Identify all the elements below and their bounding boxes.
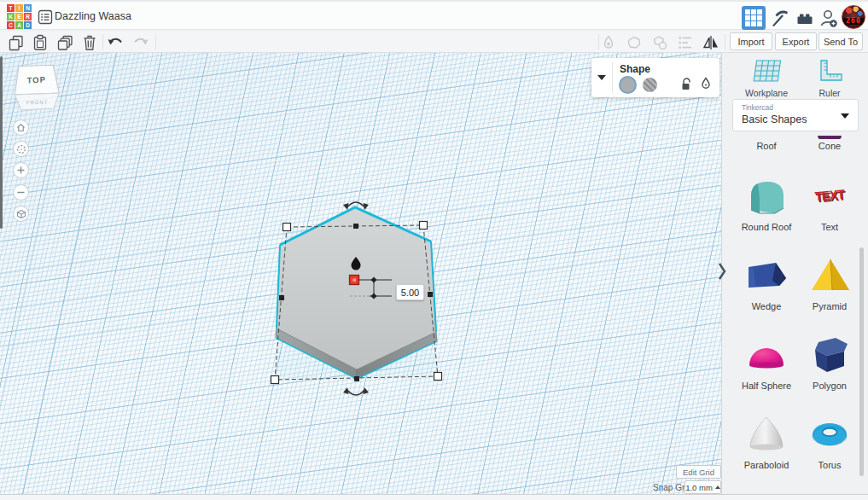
shape-item-torus[interactable]: Torus <box>795 414 864 470</box>
delete-button[interactable] <box>80 33 99 52</box>
shape-item-cone[interactable]: Cone <box>795 141 864 151</box>
invite-collaborator-button[interactable] <box>817 6 841 30</box>
import-button[interactable]: Import <box>730 32 772 50</box>
scale-handle-mid[interactable] <box>354 376 359 381</box>
redo-button[interactable] <box>131 33 150 52</box>
mirror-button[interactable] <box>702 33 720 52</box>
divider <box>612 62 613 93</box>
shape-item-wedge[interactable]: Wedge <box>732 255 801 311</box>
ruler-icon <box>813 58 847 84</box>
view-cube[interactable]: TOP FRONT <box>12 63 61 114</box>
home-view-button[interactable] <box>13 119 29 136</box>
rotate-handle-bottom[interactable] <box>343 387 369 395</box>
export-button[interactable]: Export <box>775 32 817 50</box>
logo-cell: I <box>15 4 23 12</box>
paste-button[interactable] <box>31 33 50 52</box>
fit-view-icon <box>16 144 26 154</box>
logo-cell: A <box>15 21 23 29</box>
align-button[interactable] <box>676 33 695 52</box>
zoom-out-button[interactable] <box>13 184 29 201</box>
gallery-scrollbar[interactable] <box>859 247 864 476</box>
polygon-thumbnail <box>806 334 853 375</box>
height-handle-highlight <box>353 279 357 282</box>
brick-icon <box>795 8 815 28</box>
scale-handle-corner[interactable] <box>420 222 428 230</box>
minecraft-export-button[interactable] <box>767 6 791 30</box>
show-all-button[interactable] <box>599 33 618 52</box>
avatar-badge: 260 <box>842 18 865 26</box>
scale-handle-mid[interactable] <box>353 224 358 229</box>
panel-collapse-button[interactable] <box>717 260 727 286</box>
ungroup-button[interactable] <box>650 33 669 52</box>
design-menu-icon[interactable] <box>38 9 53 28</box>
view-cube-top-label: TOP <box>26 75 46 85</box>
inspector-collapse-button[interactable] <box>591 58 612 97</box>
shape-library-dropdown[interactable]: Tinkercad Basic Shapes <box>732 99 859 131</box>
edit-toolbar: Import Export Send To <box>0 32 868 53</box>
edit-grid-button[interactable]: Edit Grid <box>676 465 721 479</box>
shape-gallery: Roof Cone Round Roof TEXT TEXT Text <box>722 131 868 500</box>
home-icon <box>16 123 26 132</box>
lock-button[interactable] <box>680 77 693 95</box>
scale-handle-corner[interactable] <box>271 376 279 384</box>
cone-thumbnail-partial[interactable] <box>817 131 842 139</box>
shape-item-round-roof[interactable]: Round Roof <box>732 176 801 232</box>
align-icon <box>677 34 694 51</box>
scale-handle-corner[interactable] <box>283 224 291 231</box>
copy-icon <box>8 34 25 51</box>
solid-swatch[interactable] <box>619 76 637 94</box>
perspective-toggle-button[interactable] <box>13 206 29 222</box>
shape-item-pyramid[interactable]: Pyramid <box>795 255 864 311</box>
divider <box>725 34 725 49</box>
hide-button[interactable] <box>700 77 712 95</box>
logo-cell: N <box>24 4 32 12</box>
viewport[interactable]: TOP FRONT <box>0 53 721 500</box>
snap-grid-value: 1.0 mm <box>685 483 713 492</box>
design-title[interactable]: Dazzling Waasa <box>55 10 131 22</box>
wedge-thumbnail <box>743 255 790 296</box>
logo-cell: T <box>7 4 15 12</box>
chevron-down-icon <box>597 75 606 80</box>
redo-icon <box>131 34 150 51</box>
text-thumbnail: TEXT TEXT <box>806 176 853 217</box>
user-avatar[interactable]: 260 <box>842 5 865 29</box>
library-name: Basic Shapes <box>742 113 807 125</box>
shape-item-roof[interactable]: Roof <box>732 141 801 151</box>
shape-item-polygon[interactable]: Polygon <box>795 334 864 391</box>
group-icon <box>626 34 643 51</box>
scale-handle-mid[interactable] <box>279 295 284 300</box>
scale-handle-corner[interactable] <box>434 373 442 381</box>
dimension-input[interactable]: 5.00 <box>396 284 424 300</box>
scale-handle-mid[interactable] <box>428 292 433 297</box>
zoom-in-button[interactable] <box>13 162 29 178</box>
hole-swatch[interactable] <box>643 78 657 92</box>
undo-button[interactable] <box>106 33 125 52</box>
trash-icon <box>81 34 98 51</box>
workplane-label: Workplane <box>737 88 796 98</box>
brick-export-button[interactable] <box>793 6 817 30</box>
fit-view-button[interactable] <box>13 141 29 157</box>
person-add-icon <box>818 7 840 29</box>
group-button[interactable] <box>625 33 644 52</box>
workplane-icon <box>749 58 784 84</box>
divider <box>155 34 156 49</box>
copy-button[interactable] <box>7 33 26 52</box>
duplicate-icon <box>56 34 74 52</box>
tinkercad-app: T I N K E R C A D Dazzling Waasa <box>0 0 868 500</box>
logo-cell: K <box>7 13 15 20</box>
left-scrollbar[interactable] <box>0 56 3 229</box>
tinkercad-logo[interactable]: T I N K E R C A D <box>7 4 32 30</box>
shape-item-half-sphere[interactable]: Half Sphere <box>732 334 801 391</box>
snap-grid-dropdown[interactable]: 1.0 mm <box>684 480 721 494</box>
lightbulb-icon <box>600 34 617 51</box>
shape-item-text[interactable]: TEXT TEXT Text <box>795 176 864 232</box>
plus-icon <box>16 166 26 175</box>
send-to-button[interactable]: Send To <box>818 32 863 50</box>
paraboloid-thumbnail <box>743 414 790 455</box>
shape-item-paraboloid[interactable]: Paraboloid <box>732 414 801 470</box>
ruler-tool[interactable]: Ruler <box>800 58 859 98</box>
duplicate-button[interactable] <box>55 33 74 52</box>
workplane-tool[interactable]: Workplane <box>737 58 796 98</box>
mirror-icon <box>702 34 720 51</box>
dashboard-grid-button[interactable] <box>742 6 766 30</box>
